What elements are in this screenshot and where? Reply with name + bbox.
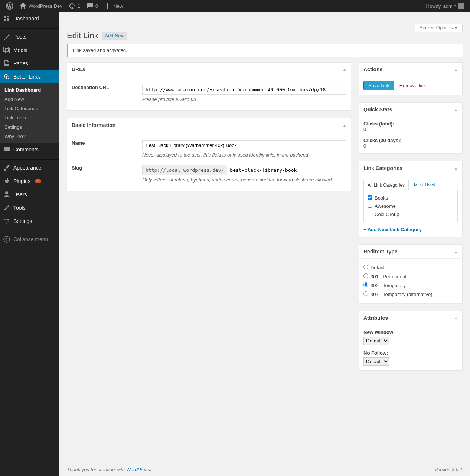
page-icon — [3, 60, 10, 67]
notice-success: Link saved and activated. — [67, 44, 463, 57]
submenu-add-new[interactable]: Add New — [0, 95, 59, 104]
submenu-settings[interactable]: Settings — [0, 122, 59, 132]
urls-box: URLs▲ Destination URL Please provide a v… — [67, 62, 351, 111]
plus-icon — [104, 2, 111, 10]
redirect-option[interactable]: 302 - Temporary — [363, 281, 458, 290]
menu-tools[interactable]: Tools — [0, 201, 59, 214]
menu-comments[interactable]: Comments — [0, 143, 59, 156]
menu-settings[interactable]: Settings — [0, 214, 59, 228]
basic-info-heading[interactable]: Basic Information▲ — [67, 118, 351, 132]
new-content-link[interactable]: New — [101, 0, 126, 12]
category-item[interactable]: Awesome — [368, 202, 454, 210]
redirect-option[interactable]: 307 - Temporary (alternative) — [363, 290, 458, 299]
submenu-link-categories[interactable]: Link Categories — [0, 104, 59, 113]
menu-users[interactable]: Users — [0, 188, 59, 201]
destination-url-input[interactable] — [142, 85, 346, 95]
menu-label: Users — [13, 191, 27, 197]
pin-icon — [3, 33, 10, 40]
redirect-type-box: Redirect Type▲ Default 301 - Permanent 3… — [359, 244, 463, 303]
radio-301[interactable] — [363, 273, 368, 278]
sliders-icon — [3, 217, 10, 225]
menu-better-links[interactable]: Better Links — [0, 70, 59, 83]
actions-heading[interactable]: Actions▲ — [359, 63, 462, 76]
category-list: Books Awesome Cool Group — [363, 190, 458, 222]
slug-label: Slug — [72, 165, 142, 183]
notice-text: Link saved and activated. — [73, 47, 127, 53]
radio-302[interactable] — [363, 282, 368, 287]
submenu-link-dashboard[interactable]: Link Dashboard — [0, 85, 59, 95]
collapse-icon — [3, 236, 10, 243]
admin-sidebar: Dashboard Posts Media Pages Better Links… — [0, 12, 59, 476]
add-new-category-link[interactable]: + Add New Link Category — [363, 227, 422, 232]
menu-label: Pages — [13, 60, 28, 66]
footer: Thank you for creating with WordPress. V… — [59, 463, 470, 476]
radio-307[interactable] — [363, 291, 368, 296]
chevron-down-icon: ▼ — [454, 26, 458, 30]
clicks-30days-value: 0 — [363, 143, 458, 149]
radio-default[interactable] — [363, 265, 368, 269]
my-account-link[interactable]: Howdy, admin — [423, 0, 467, 12]
no-follow-select[interactable]: Default — [363, 357, 389, 366]
redirect-option[interactable]: 301 - Permanent — [363, 272, 458, 281]
add-new-button[interactable]: Add New — [102, 32, 127, 40]
urls-heading[interactable]: URLs▲ — [67, 63, 351, 76]
howdy-text: Howdy, admin — [426, 3, 456, 9]
category-item[interactable]: Books — [368, 194, 454, 202]
category-checkbox-awesome[interactable] — [368, 203, 372, 208]
slug-input[interactable] — [227, 165, 346, 175]
wordpress-icon — [6, 2, 13, 10]
footer-version: Version 3.9.1 — [434, 467, 463, 472]
slug-desc: Only letters, numbers, hyphens, undersco… — [142, 177, 346, 183]
category-checkbox-books[interactable] — [368, 195, 372, 200]
remove-link[interactable]: Remove link — [399, 83, 426, 88]
menu-pages[interactable]: Pages — [0, 57, 59, 70]
new-window-select[interactable]: Default — [363, 337, 389, 345]
tab-all-categories[interactable]: All Link Categories — [363, 180, 409, 190]
category-item[interactable]: Cool Group — [368, 210, 454, 218]
attributes-heading[interactable]: Attributes▲ — [359, 311, 462, 325]
submenu-link-tools[interactable]: Link Tools — [0, 113, 59, 122]
redirect-type-heading[interactable]: Redirect Type▲ — [359, 245, 462, 259]
no-follow-label: No Follow: — [363, 350, 458, 356]
submenu-better-links: Link Dashboard Add New Link Categories L… — [0, 83, 59, 143]
new-text: New — [113, 3, 123, 9]
footer-wp-link[interactable]: WordPress. — [126, 467, 151, 472]
menu-appearance[interactable]: Appearance — [0, 161, 59, 174]
updates-count: 1 — [78, 3, 80, 9]
menu-posts[interactable]: Posts — [0, 30, 59, 43]
menu-label: Collapse menu — [13, 236, 48, 242]
new-window-label: New Window: — [363, 329, 458, 335]
media-icon — [3, 46, 10, 54]
menu-label: Plugins — [13, 178, 30, 184]
quick-stats-box: Quick Stats▲ Clicks (total): 0 Clicks (3… — [359, 102, 463, 154]
toggle-icon: ▲ — [454, 108, 458, 112]
submenu-why-pro[interactable]: Why Pro? — [0, 132, 59, 141]
redirect-option[interactable]: Default — [363, 263, 458, 272]
link-categories-box: Link Categories▲ All Link Categories Mos… — [359, 161, 463, 237]
name-label: Name — [72, 140, 142, 158]
collapse-menu[interactable]: Collapse menu — [0, 233, 59, 246]
updates-link[interactable]: 1 — [65, 0, 83, 12]
clicks-total-label: Clicks (total): — [363, 121, 394, 127]
menu-label: Posts — [13, 34, 26, 40]
destination-url-desc: Please provide a valid url — [142, 96, 346, 102]
wp-logo[interactable] — [3, 0, 16, 12]
menu-dashboard[interactable]: Dashboard — [0, 12, 59, 25]
menu-label: Comments — [13, 147, 39, 152]
dashboard-icon — [3, 15, 10, 22]
screen-options-text: Screen Options — [420, 25, 453, 30]
category-checkbox-cool-group[interactable] — [368, 211, 372, 216]
screen-options-toggle[interactable]: Screen Options ▼ — [415, 24, 463, 32]
menu-plugins[interactable]: Plugins1 — [0, 174, 59, 188]
site-name-link[interactable]: WordPress Dev — [16, 0, 65, 12]
menu-media[interactable]: Media — [0, 43, 59, 57]
comments-link[interactable]: 0 — [83, 0, 101, 12]
tab-most-used[interactable]: Most Used — [410, 180, 439, 190]
name-input[interactable] — [142, 140, 346, 150]
quick-stats-heading[interactable]: Quick Stats▲ — [359, 103, 462, 116]
menu-label: Settings — [13, 218, 32, 224]
menu-label: Better Links — [13, 74, 41, 80]
save-link-button[interactable]: Save Link — [363, 81, 394, 90]
link-categories-heading[interactable]: Link Categories▲ — [359, 161, 462, 175]
comment-icon — [3, 146, 10, 153]
